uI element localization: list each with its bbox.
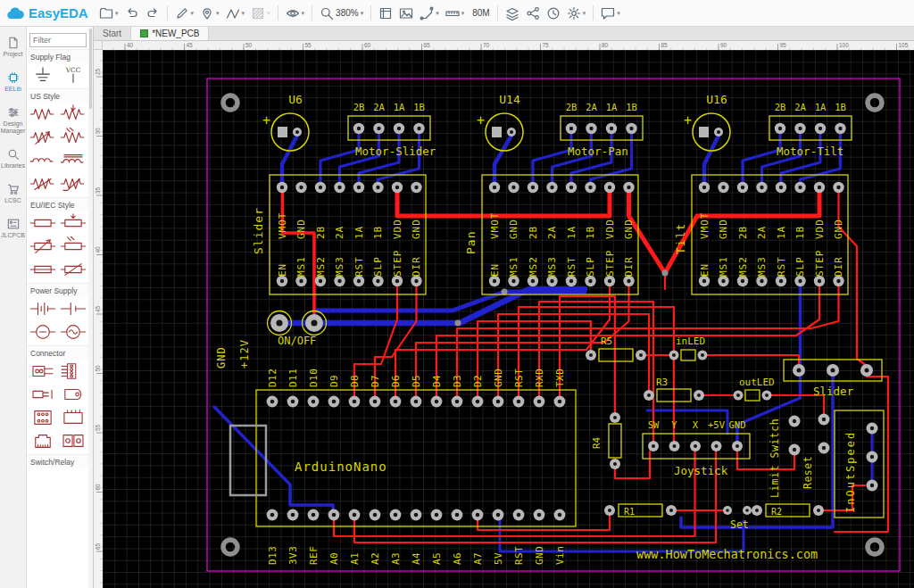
layers-button[interactable] bbox=[503, 3, 522, 24]
silk-text[interactable]: GND bbox=[729, 419, 746, 430]
silk-text[interactable]: 1B bbox=[372, 226, 384, 239]
silk-text[interactable]: 1B bbox=[585, 226, 596, 239]
silk-text[interactable]: DIR bbox=[411, 256, 422, 277]
silk-text[interactable]: U6 bbox=[288, 93, 303, 106]
silk-text[interactable]: 1A bbox=[394, 102, 405, 112]
socket-symbol[interactable] bbox=[58, 406, 88, 429]
silk-text[interactable]: 2B bbox=[775, 102, 786, 112]
silk-text[interactable]: Tilt bbox=[674, 223, 687, 254]
silk-text[interactable]: GND bbox=[411, 219, 422, 239]
silk-text[interactable]: 2B bbox=[566, 102, 577, 112]
silk-text[interactable]: 2B bbox=[353, 102, 365, 112]
silk-text[interactable]: R2 bbox=[771, 507, 782, 517]
silk-text[interactable]: U14 bbox=[499, 93, 520, 106]
silk-text[interactable]: R1 bbox=[624, 507, 635, 517]
silk-text[interactable]: A7 bbox=[472, 552, 484, 565]
silk-text[interactable]: InOutSpeed bbox=[844, 431, 857, 513]
silk-text[interactable]: Limit Switch bbox=[769, 418, 781, 498]
place-button[interactable]: ▾ bbox=[197, 3, 222, 24]
silk-text[interactable]: ArduinoNano bbox=[295, 460, 387, 474]
silk-text[interactable]: Motor-Slider bbox=[355, 145, 436, 158]
silk-text[interactable]: Y bbox=[671, 419, 677, 430]
resistor-us-symbol[interactable] bbox=[28, 103, 58, 126]
silk-text[interactable]: VDD bbox=[392, 219, 403, 239]
silk-text[interactable]: 1B bbox=[413, 102, 425, 112]
silk-text[interactable]: EN bbox=[489, 263, 501, 277]
pad[interactable] bbox=[699, 127, 709, 137]
connector-jack-symbol[interactable] bbox=[58, 383, 88, 406]
photoresistor-us-symbol[interactable] bbox=[58, 126, 88, 149]
silk-text[interactable]: GND bbox=[833, 219, 844, 239]
silk-text[interactable]: 2A bbox=[546, 226, 558, 239]
silk-text[interactable]: + bbox=[477, 112, 485, 128]
connector-4pin-symbol[interactable] bbox=[58, 360, 88, 383]
sidebar-tab-project[interactable]: Project bbox=[0, 34, 27, 61]
silk-text[interactable]: RST bbox=[776, 256, 787, 277]
trace[interactable] bbox=[737, 446, 794, 469]
silk-text[interactable]: SLP bbox=[794, 256, 806, 277]
silk-text[interactable]: Slider bbox=[813, 385, 854, 398]
silk-text[interactable]: D3 bbox=[452, 375, 463, 387]
silk-text[interactable]: GND bbox=[508, 219, 519, 239]
silk-text[interactable]: VMOT bbox=[489, 212, 501, 240]
silk-text[interactable]: STEP bbox=[604, 250, 616, 277]
silk-text[interactable]: X bbox=[693, 419, 699, 430]
silk-text[interactable]: A0 bbox=[328, 552, 340, 565]
undo-button[interactable] bbox=[122, 3, 142, 24]
silk-text[interactable]: 1A bbox=[815, 102, 827, 112]
doc-tab[interactable]: *NEW_PCB bbox=[131, 27, 209, 40]
silk-text[interactable]: +5V bbox=[708, 419, 726, 430]
silk-text[interactable]: 2A bbox=[373, 102, 385, 112]
silk-text[interactable]: 2A bbox=[334, 226, 345, 239]
silk-text[interactable]: Motor-Pan bbox=[568, 145, 628, 158]
silk-text[interactable]: RST bbox=[513, 546, 525, 565]
silk-text[interactable]: Slider bbox=[252, 207, 265, 254]
silk-text[interactable]: SW bbox=[648, 419, 660, 430]
silk-text[interactable]: D5 bbox=[411, 375, 422, 387]
silk-text[interactable]: MS1 bbox=[295, 256, 307, 277]
route-button[interactable]: ▾ bbox=[417, 3, 442, 24]
inductor-core-us-symbol[interactable] bbox=[58, 149, 88, 172]
view-button[interactable]: ▾ bbox=[283, 3, 308, 24]
silk-text[interactable]: DIR bbox=[833, 256, 844, 277]
silk-text[interactable]: +12V bbox=[238, 339, 251, 369]
connector-plug-symbol[interactable] bbox=[28, 383, 58, 406]
measure-button[interactable]: ▾ bbox=[443, 3, 468, 24]
silk-text[interactable]: VDD bbox=[604, 219, 616, 239]
cell-symbol[interactable] bbox=[58, 297, 88, 320]
trace[interactable] bbox=[498, 314, 649, 402]
silk-text[interactable]: D8 bbox=[349, 375, 361, 387]
trace[interactable] bbox=[354, 451, 716, 542]
silk-text[interactable]: GND bbox=[215, 346, 228, 369]
rheostat-eu-symbol[interactable] bbox=[28, 235, 58, 258]
file-button[interactable]: ▾ bbox=[96, 3, 121, 24]
silk-text[interactable]: EN bbox=[277, 263, 288, 277]
ac-source-symbol[interactable] bbox=[58, 320, 88, 344]
silk-text[interactable]: Reset bbox=[802, 456, 814, 489]
silk-text[interactable]: 2A bbox=[586, 102, 597, 112]
sidebar-tab-jlcpcb[interactable]: JLCPCB bbox=[0, 215, 27, 242]
silk-text[interactable]: MS3 bbox=[546, 256, 558, 277]
silk-text[interactable]: www.HowToMechatronics.com bbox=[636, 547, 818, 561]
silk-text[interactable]: + bbox=[262, 112, 270, 128]
silk-text[interactable]: D6 bbox=[390, 375, 402, 387]
silk-text[interactable]: 2B bbox=[528, 226, 539, 239]
track-button[interactable]: ▾ bbox=[223, 3, 248, 24]
silk-text[interactable]: inLED bbox=[676, 335, 705, 347]
settings-button[interactable]: ▾ bbox=[564, 3, 589, 24]
redo-button[interactable] bbox=[143, 3, 162, 24]
silk-text[interactable]: 2A bbox=[756, 226, 768, 239]
fuse-eu-symbol[interactable] bbox=[28, 258, 58, 281]
silk-text[interactable]: R3 bbox=[656, 377, 668, 388]
zoom-button[interactable]: 380%▾ bbox=[317, 3, 366, 24]
app-logo[interactable]: EasyEDA bbox=[5, 5, 96, 21]
silk-text[interactable]: 1A bbox=[606, 102, 618, 112]
inductor-us-symbol[interactable] bbox=[28, 149, 58, 172]
pad[interactable] bbox=[492, 127, 502, 137]
capacitor-outline[interactable] bbox=[693, 113, 730, 151]
silk-text[interactable]: U16 bbox=[706, 93, 727, 106]
silk-text[interactable]: + bbox=[684, 112, 692, 128]
silk-text[interactable]: VMOT bbox=[277, 212, 288, 240]
silk-text[interactable]: RXD bbox=[534, 369, 545, 387]
silk-text[interactable]: MS1 bbox=[718, 256, 729, 277]
